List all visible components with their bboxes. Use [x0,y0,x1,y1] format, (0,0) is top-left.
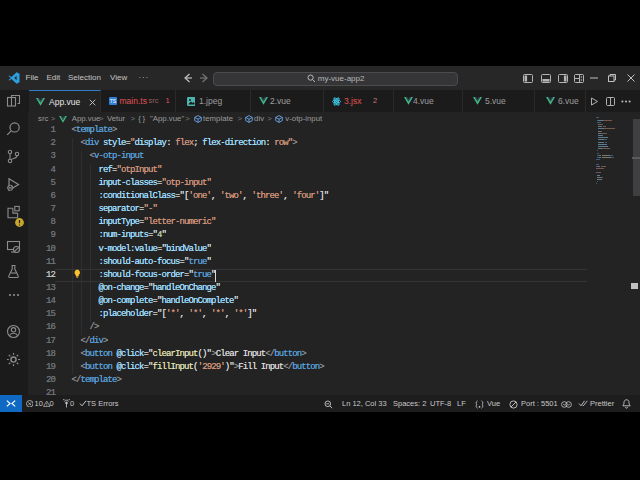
svg-text:TS: TS [109,98,116,104]
